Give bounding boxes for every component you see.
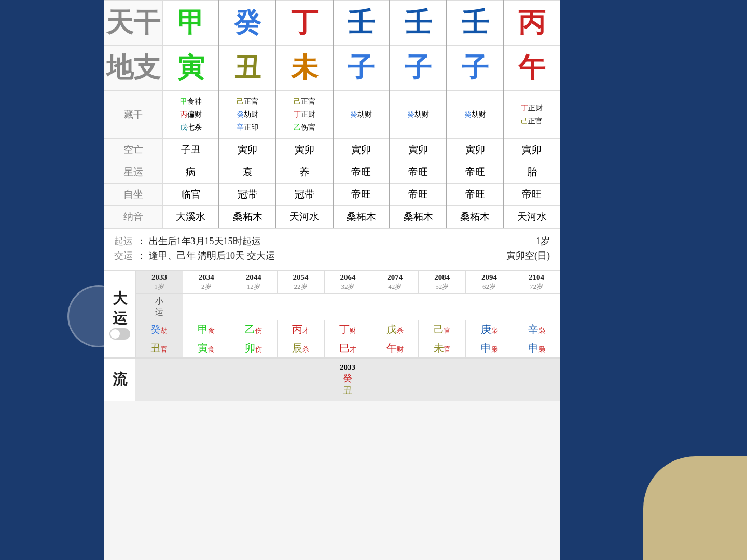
dayun-stem-8[interactable]: 庚枭 (466, 320, 513, 339)
dizhi-7: 午 (504, 46, 560, 91)
flow-branch-char: 丑 (140, 384, 556, 397)
tiangan-row: 天干 甲 癸 丁 壬 壬 壬 丙 (104, 1, 560, 46)
dayun-char-da: 大 (113, 289, 127, 309)
dizhi-3: 未 (276, 46, 333, 91)
dayun-stem-9[interactable]: 辛枭 (513, 320, 560, 339)
dayun-table: 大 运 2033 1岁 2034 2岁 2044 12岁 (104, 271, 560, 358)
tiangan-7: 丙 (504, 1, 560, 46)
dayun-toggle[interactable] (109, 328, 130, 340)
flow-table: 流 2033 癸 丑 (104, 358, 560, 401)
xingyun-label: 星运 (104, 161, 163, 183)
jiaoyun-label-text: 交运 (114, 250, 133, 261)
dayun-stem-1[interactable]: 癸劫 (136, 320, 183, 339)
dayun-branch-5[interactable]: 巳才 (324, 339, 371, 357)
canggan-1: 甲食神 丙偏财 戊七杀 (163, 91, 219, 139)
dayun-branch-1[interactable]: 丑官 (136, 339, 183, 357)
dayun-stem-7[interactable]: 己官 (419, 320, 466, 339)
dayun-label-cell: 大 运 (104, 271, 136, 357)
zizuo-4: 帝旺 (333, 183, 390, 205)
zizuo-row: 自坐 临官 冠带 冠带 帝旺 帝旺 帝旺 帝旺 (104, 183, 560, 205)
tiangan-4: 壬 (333, 1, 390, 46)
zizuo-5: 帝旺 (390, 183, 447, 205)
dizhi-4: 子 (333, 46, 390, 91)
dayun-branch-7[interactable]: 未官 (419, 339, 466, 357)
qiyun-label-text: 起运 (114, 236, 133, 246)
flow-label-cell: 流 (104, 358, 135, 401)
kongwang-3: 寅卯 (276, 138, 333, 161)
jiaoyun-full: 交运： 逢甲、己年 清明后10天 交大运 (114, 249, 275, 262)
dayun-year-5[interactable]: 2064 32岁 (324, 271, 371, 293)
qiyun-full: 起运： 出生后1年3月15天15时起运 (114, 235, 261, 247)
xingyun-3: 养 (276, 161, 333, 183)
kongwang-5: 寅卯 (390, 138, 447, 161)
dayun-xiaoyun-label-row: 小运 (104, 293, 560, 320)
kongwang-7: 寅卯 (504, 138, 560, 161)
jiaoyun-right: 寅卯空(日) (506, 249, 550, 262)
zizuo-3: 冠带 (276, 183, 333, 205)
dayun-branch-4[interactable]: 辰杀 (277, 339, 324, 357)
xingyun-row: 星运 病 衰 养 帝旺 帝旺 帝旺 胎 (104, 161, 560, 183)
tiangan-3: 丁 (276, 1, 333, 46)
kongwang-2: 寅卯 (219, 138, 276, 161)
xingyun-5: 帝旺 (390, 161, 447, 183)
jiaoyun-text: 逢甲、己年 清明后10天 交大运 (149, 250, 275, 261)
xingyun-2: 衰 (219, 161, 276, 183)
flow-year-cell[interactable]: 2033 癸 丑 (135, 358, 560, 401)
dizhi-2: 丑 (219, 46, 276, 91)
dayun-year-6[interactable]: 2074 42岁 (371, 271, 419, 293)
dayun-year-1[interactable]: 2033 1岁 (136, 271, 183, 293)
dayun-year-7[interactable]: 2084 52岁 (419, 271, 466, 293)
nayin-label: 纳音 (104, 205, 163, 228)
dayun-branch-2[interactable]: 寅食 (183, 339, 230, 357)
dayun-year-8[interactable]: 2094 62岁 (466, 271, 513, 293)
qiyun-text: 出生后1年3月15天15时起运 (149, 236, 261, 246)
tiangan-2: 癸 (219, 1, 276, 46)
jiaoyun-line: 交运： 逢甲、己年 清明后10天 交大运 寅卯空(日) (114, 249, 550, 262)
nayin-3: 天河水 (276, 205, 333, 228)
nayin-5: 桑柘木 (390, 205, 447, 228)
canggan-row: 藏干 甲食神 丙偏财 戊七杀 己正官 癸劫财 辛正印 己正官 丁正财 乙伤官 (104, 91, 560, 139)
qiyun-section: 起运： 出生后1年3月15天15时起运 1岁 交运： 逢甲、己年 清明后10天 … (104, 228, 560, 270)
canggan-4: 癸劫财 (333, 91, 390, 139)
dayun-stem-4[interactable]: 丙才 (277, 320, 324, 339)
xingyun-7: 胎 (504, 161, 560, 183)
bazi-table-wrapper: 天干 甲 癸 丁 壬 壬 壬 丙 地支 寅 丑 未 子 子 子 午 (104, 0, 560, 228)
dayun-year-9[interactable]: 2104 72岁 (513, 271, 560, 293)
flow-label: 流 (113, 371, 127, 387)
canggan-2: 己正官 癸劫财 辛正印 (219, 91, 276, 139)
zizuo-2: 冠带 (219, 183, 276, 205)
dayun-year-2[interactable]: 2034 2岁 (183, 271, 230, 293)
dayun-stem-3[interactable]: 乙伤 (230, 320, 277, 339)
dayun-row: 大 运 2033 1岁 2034 2岁 2044 12岁 (104, 271, 560, 293)
kongwang-4: 寅卯 (333, 138, 390, 161)
xingyun-4: 帝旺 (333, 161, 390, 183)
flow-section: 流 2033 癸 丑 (104, 358, 560, 401)
dayun-stem-5[interactable]: 丁财 (324, 320, 371, 339)
kongwang-1: 子丑 (163, 138, 219, 161)
kongwang-row: 空亡 子丑 寅卯 寅卯 寅卯 寅卯 寅卯 寅卯 (104, 138, 560, 161)
dayun-branch-9[interactable]: 申枭 (513, 339, 560, 357)
dayun-branch-3[interactable]: 卯伤 (230, 339, 277, 357)
dayun-branch-6[interactable]: 午财 (371, 339, 419, 357)
kongwang-label: 空亡 (104, 138, 163, 161)
qiyun-line: 起运： 出生后1年3月15天15时起运 1岁 (114, 235, 550, 247)
dizhi-row: 地支 寅 丑 未 子 子 子 午 (104, 46, 560, 91)
dayun-year-4[interactable]: 2054 22岁 (277, 271, 324, 293)
dayun-branch-8[interactable]: 申枭 (466, 339, 513, 357)
zizuo-1: 临官 (163, 183, 219, 205)
canggan-5: 癸劫财 (390, 91, 447, 139)
dayun-stem-2[interactable]: 甲食 (183, 320, 230, 339)
dayun-stem-6[interactable]: 戊杀 (371, 320, 419, 339)
flow-char: 癸 (140, 372, 556, 384)
dizhi-label: 地支 (104, 46, 163, 91)
tiangan-1: 甲 (163, 1, 219, 46)
nayin-row: 纳音 大溪水 桑柘木 天河水 桑柘木 桑柘木 桑柘木 天河水 (104, 205, 560, 228)
dayun-year-3[interactable]: 2044 12岁 (230, 271, 277, 293)
tiangan-label: 天干 (104, 1, 163, 46)
dizhi-6: 子 (447, 46, 504, 91)
flow-year: 2033 (140, 363, 556, 372)
tiangan-5: 壬 (390, 1, 447, 46)
dayun-char-yun: 运 (113, 309, 127, 328)
xingyun-1: 病 (163, 161, 219, 183)
kongwang-6: 寅卯 (447, 138, 504, 161)
